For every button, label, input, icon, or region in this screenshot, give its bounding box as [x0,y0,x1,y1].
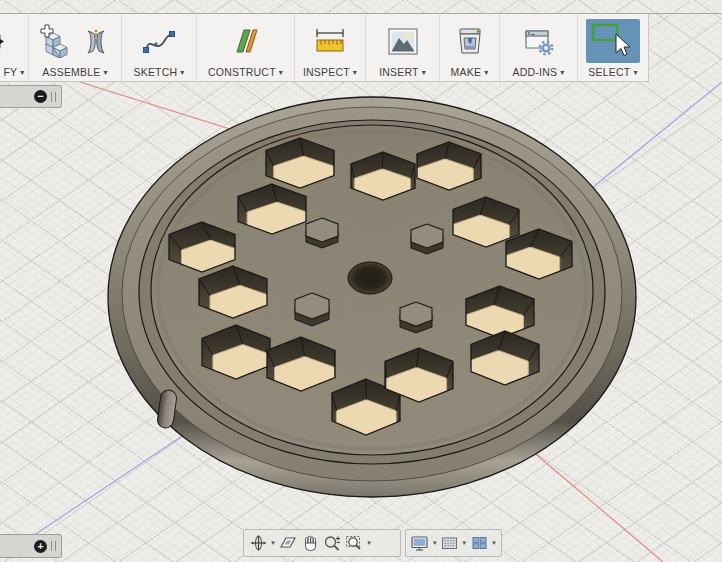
insert-menu[interactable]: INSERT ▾ [379,65,426,79]
grid-settings-button[interactable] [439,531,461,555]
assemble-menu[interactable]: ASSEMBLE ▾ [42,65,107,79]
chevron-down-icon: ▾ [20,68,24,77]
make-menu[interactable]: MAKE ▾ [451,65,489,79]
viewport-3d[interactable] [0,0,722,562]
chevron-down-icon: ▾ [422,68,426,77]
insert-image-icon[interactable] [386,25,420,58]
3d-print-icon[interactable] [453,25,487,57]
make-menu-label: MAKE [451,66,482,78]
ribbon-group-sketch: SKETCH ▾ [122,14,197,81]
display-settings-dropdown[interactable]: ▾ [431,539,439,547]
ribbon-group-select: SELECT ▾ [578,14,648,81]
zoom-fit-dropdown[interactable]: ▾ [365,539,373,547]
display-settings-icon [410,534,429,552]
ribbon-group-addins: ADD-INS ▾ [500,14,578,81]
viewports-dropdown[interactable]: ▾ [490,539,498,547]
chevron-down-icon: ▾ [353,68,357,77]
insert-menu-label: INSERT [379,66,419,78]
chevron-down-icon: ▾ [633,68,637,77]
inspect-menu[interactable]: INSPECT ▾ [303,65,357,79]
grid-settings-dropdown[interactable]: ▾ [460,539,468,547]
chevron-down-icon: ▾ [279,68,283,77]
orbit-dropdown[interactable]: ▾ [269,539,277,547]
view-navigation-bar: ▾ [243,529,401,557]
assemble-menu-label: ASSEMBLE [42,66,100,78]
construct-menu-label: CONSTRUCT [208,66,276,78]
drag-handle[interactable] [51,541,56,551]
select-cursor-icon [586,19,640,63]
sketch-menu[interactable]: SKETCH ▾ [133,65,184,79]
viewports-button[interactable] [468,531,490,555]
addins-menu-label: ADD-INS [513,66,558,78]
fusion360-window: FY ▾ [0,0,722,562]
spline-sketch-icon[interactable] [141,27,177,55]
timeline-collapsed-bar[interactable]: + [0,534,62,558]
zoom-fit-icon [345,534,363,552]
modify-menu[interactable]: FY ▾ [3,65,24,79]
modify-tool-icon[interactable] [0,23,21,59]
measure-icon[interactable] [313,26,347,56]
inspect-menu-label: INSPECT [303,66,350,78]
addins-menu[interactable]: ADD-INS ▾ [513,65,565,79]
expand-plus-icon[interactable]: + [34,540,47,553]
ribbon-toolbar: FY ▾ [0,14,649,82]
pan-hand-icon [301,534,319,552]
ribbon-group-insert: INSERT ▾ [366,14,440,81]
look-at-icon [279,534,297,552]
zoom-fit-button[interactable] [343,531,365,555]
browser-collapsed-bar[interactable]: − [0,85,62,108]
grid-settings-icon [440,534,459,552]
zoom-button[interactable] [321,531,343,555]
chevron-down-icon: ▾ [180,68,184,77]
ribbon-group-assemble: ASSEMBLE ▾ [29,14,122,81]
construct-menu[interactable]: CONSTRUCT ▾ [208,65,283,79]
ribbon-group-make: MAKE ▾ [440,14,500,81]
scripts-addins-icon[interactable] [522,26,556,57]
construction-planes-icon[interactable] [229,24,263,58]
chevron-down-icon: ▾ [560,68,564,77]
viewports-icon [470,534,489,552]
ribbon-group-inspect: INSPECT ▾ [295,14,366,81]
model-scene [0,0,722,562]
drag-handle[interactable] [51,92,56,102]
ribbon-group-construct: CONSTRUCT ▾ [197,14,295,81]
joint-icon[interactable] [78,24,112,58]
ribbon-group-modify: FY ▾ [0,14,29,81]
sketch-menu-label: SKETCH [133,66,177,78]
orbit-button[interactable] [247,531,269,555]
select-menu-label: SELECT [588,66,630,78]
new-component-icon[interactable] [39,24,71,58]
chevron-down-icon: ▾ [484,68,488,77]
display-bar: ▾ ▾ ▾ [405,529,502,557]
chevron-down-icon: ▾ [104,68,108,77]
look-at-button[interactable] [277,531,299,555]
collapse-minus-icon[interactable]: − [34,90,47,103]
modify-menu-label: FY [3,66,17,78]
display-settings-button[interactable] [409,531,431,555]
select-menu[interactable]: SELECT ▾ [588,65,637,79]
zoom-icon [323,534,341,552]
pan-button[interactable] [299,531,321,555]
orbit-icon [249,534,268,552]
select-tool-active[interactable] [586,19,640,63]
